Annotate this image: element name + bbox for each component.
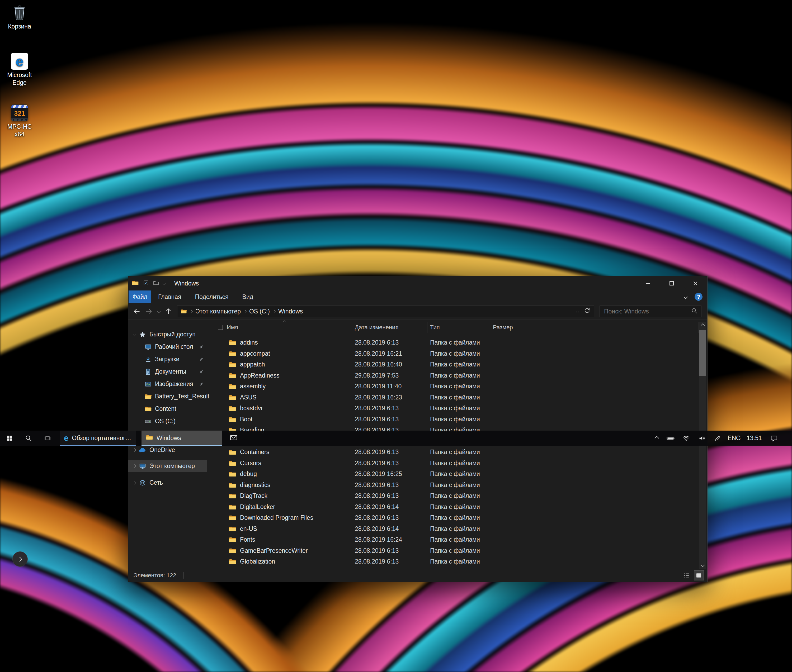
help-button[interactable]: ? xyxy=(694,293,702,301)
desktop-icon-edge[interactable]: e Microsoft Edge xyxy=(2,52,37,86)
sidebar-item[interactable]: Battery_Test_Result xyxy=(128,390,207,403)
table-row[interactable]: GameBarPresenceWriter28.08.2019 6:13Папк… xyxy=(218,546,699,557)
expand-arrow-button[interactable] xyxy=(13,551,28,567)
expand-chevron-icon[interactable] xyxy=(133,333,136,336)
task-view-button[interactable] xyxy=(38,430,57,446)
breadcrumb-os-c[interactable]: OS (C:) xyxy=(247,308,273,315)
column-header-name[interactable]: Имя xyxy=(218,322,352,333)
sidebar-item[interactable]: OS (C:) xyxy=(128,415,207,427)
volume-icon[interactable] xyxy=(694,430,710,446)
file-date: 28.08.2019 6:14 xyxy=(352,525,427,533)
table-row[interactable]: diagnostics28.08.2019 6:13Папка с файлам… xyxy=(218,480,699,491)
sidebar-item[interactable]: Документы xyxy=(128,365,207,378)
scrollbar-thumb[interactable] xyxy=(699,330,706,376)
status-bar: Элементов: 122 xyxy=(128,569,707,582)
language-indicator[interactable]: ENG xyxy=(725,430,743,446)
qat-properties-icon[interactable] xyxy=(143,280,149,287)
expand-chevron-icon[interactable] xyxy=(133,464,136,468)
forward-button[interactable] xyxy=(143,305,155,317)
select-all-checkbox[interactable] xyxy=(218,325,223,330)
file-type: Папка с файлами xyxy=(427,416,490,423)
mail-app-button[interactable] xyxy=(226,430,241,446)
table-row[interactable]: Downloaded Program Files28.08.2019 6:13П… xyxy=(218,512,699,523)
sidebar-item-quick-access[interactable]: Быстрый доступ xyxy=(128,328,207,341)
desktop-icon-recycle-bin[interactable]: Корзина xyxy=(2,3,37,30)
search-box[interactable] xyxy=(600,306,701,317)
table-row[interactable]: Containers28.08.2019 6:13Папка с файлами xyxy=(218,447,699,458)
tab-file[interactable]: Файл xyxy=(128,291,151,303)
close-button[interactable] xyxy=(683,276,707,291)
search-input[interactable] xyxy=(603,308,691,315)
battery-icon[interactable] xyxy=(663,430,678,446)
file-name: en-US xyxy=(240,525,257,533)
table-row[interactable]: DiagTrack28.08.2019 6:13Папка с файлами xyxy=(218,491,699,502)
tab-home[interactable]: Главная xyxy=(151,291,188,303)
file-type: Папка с файлами xyxy=(427,459,490,467)
column-header-size[interactable]: Размер xyxy=(490,322,699,333)
wifi-icon[interactable] xyxy=(678,430,694,446)
table-row[interactable]: assembly28.08.2019 11:40Папка с файлами xyxy=(218,381,699,392)
expand-ribbon-chevron-icon[interactable] xyxy=(684,295,688,299)
sidebar-item[interactable]: Content xyxy=(128,403,207,415)
search-icon[interactable] xyxy=(691,308,697,315)
table-row[interactable]: Cursors28.08.2019 6:13Папка с файлами xyxy=(218,458,699,469)
table-row[interactable]: ASUS28.08.2019 16:23Папка с файлами xyxy=(218,392,699,403)
taskbar-app-explorer[interactable]: Windows xyxy=(141,430,222,446)
taskbar-clock[interactable]: 13:51 xyxy=(743,430,766,446)
action-center-icon[interactable] xyxy=(766,430,782,446)
pen-icon[interactable] xyxy=(710,430,725,446)
expand-chevron-icon[interactable] xyxy=(133,481,136,485)
table-row[interactable]: debug28.08.2019 16:25Папка с файлами xyxy=(218,469,699,480)
table-row[interactable]: en-US28.08.2019 6:14Папка с файлами xyxy=(218,523,699,534)
refresh-icon[interactable] xyxy=(584,307,590,315)
up-button[interactable] xyxy=(162,305,175,317)
qat-customize-chevron-icon[interactable] xyxy=(163,282,166,285)
title-bar[interactable]: Windows xyxy=(128,276,707,291)
desktop-icon-mpc-hc[interactable]: 321 MPC-HC x64 xyxy=(2,103,37,138)
table-row[interactable]: DigitalLocker28.08.2019 6:14Папка с файл… xyxy=(218,502,699,513)
table-row[interactable]: appcompat28.08.2019 16:21Папка с файлами xyxy=(218,348,699,359)
table-row[interactable]: AppReadiness29.08.2019 7:53Папка с файла… xyxy=(218,370,699,381)
sidebar-item-network[interactable]: Сеть xyxy=(128,477,207,489)
table-row[interactable]: addins28.08.2019 6:13Папка с файлами xyxy=(218,337,699,348)
taskbar-app-edge[interactable]: e Обзор портативного ... xyxy=(60,430,136,446)
thumbnails-view-button[interactable] xyxy=(694,571,704,580)
sidebar-item[interactable]: Рабочий стол xyxy=(128,341,207,353)
folder-icon xyxy=(229,536,237,543)
back-button[interactable] xyxy=(131,305,143,317)
scroll-down-icon[interactable] xyxy=(701,563,705,567)
recent-locations-chevron-icon[interactable] xyxy=(155,305,162,317)
start-button[interactable] xyxy=(0,430,19,446)
table-row[interactable]: apppatch28.08.2019 16:40Папка с файлами xyxy=(218,359,699,370)
column-header-date[interactable]: Дата изменения xyxy=(352,322,427,333)
file-type: Папка с файлами xyxy=(427,558,490,565)
tab-view[interactable]: Вид xyxy=(236,291,260,303)
star-icon xyxy=(139,331,146,338)
sidebar-item-onedrive[interactable]: OneDrive xyxy=(128,444,207,456)
explorer-window-icon xyxy=(132,280,139,287)
address-dropdown-chevron-icon[interactable] xyxy=(576,310,579,313)
column-header-type[interactable]: Тип xyxy=(427,322,490,333)
breadcrumb-windows[interactable]: Windows xyxy=(276,308,305,315)
file-date: 28.08.2019 6:13 xyxy=(352,459,427,467)
table-row[interactable]: Fonts28.08.2019 16:24Папка с файлами xyxy=(218,534,699,546)
breadcrumb-this-pc[interactable]: Этот компьютер xyxy=(193,308,244,315)
sidebar-item[interactable]: Загрузки xyxy=(128,353,207,365)
minimize-button[interactable] xyxy=(636,276,660,291)
qat-new-folder-icon[interactable] xyxy=(153,280,159,286)
maximize-button[interactable] xyxy=(660,276,683,291)
table-row[interactable]: Boot28.08.2019 6:13Папка с файлами xyxy=(218,414,699,425)
details-view-button[interactable] xyxy=(682,571,691,580)
tab-share[interactable]: Поделиться xyxy=(188,291,236,303)
folder-icon xyxy=(229,449,237,455)
tray-overflow-chevron-icon[interactable] xyxy=(651,430,663,446)
table-row[interactable]: bcastdvr28.08.2019 6:13Папка с файлами xyxy=(218,403,699,414)
address-bar[interactable]: Этот компьютер OS (C:) Windows xyxy=(177,306,594,317)
sidebar-item-label: Сеть xyxy=(149,479,163,486)
sidebar-item[interactable]: Изображения xyxy=(128,378,207,390)
sidebar-item-this-pc[interactable]: Этот компьютер xyxy=(128,460,207,472)
scroll-up-icon[interactable] xyxy=(701,323,705,328)
table-row[interactable]: Globalization28.08.2019 6:13Папка с файл… xyxy=(218,556,699,567)
search-button[interactable] xyxy=(19,430,38,446)
expand-chevron-icon[interactable] xyxy=(133,448,136,452)
